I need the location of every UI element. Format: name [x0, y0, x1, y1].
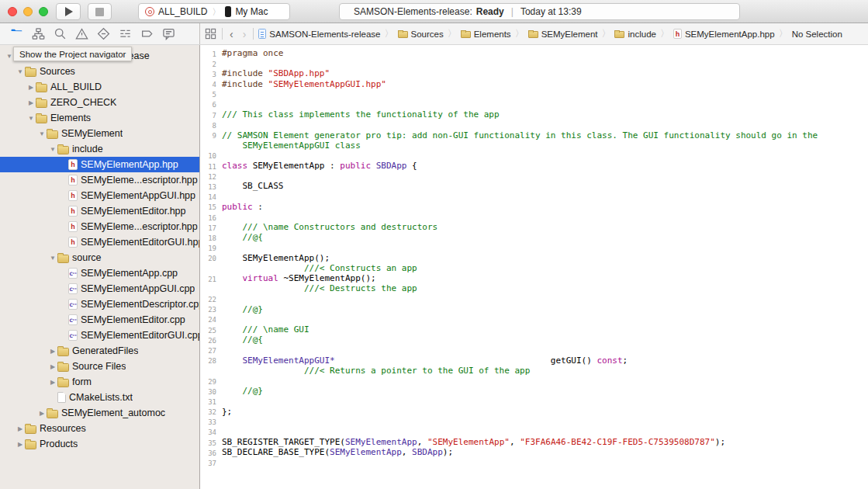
disclosure-open-icon[interactable]: ▼ [16, 68, 25, 75]
sidebar-row[interactable]: SEMyElementApp.cpp [0, 265, 199, 281]
sidebar-row[interactable]: ▼source [0, 250, 199, 265]
sidebar-row[interactable]: ▶Products [0, 436, 199, 452]
breadcrumb-label[interactable]: No Selection [792, 29, 842, 39]
sidebar-row[interactable]: CMakeLists.txt [0, 390, 199, 405]
code-line[interactable]: 14 [200, 192, 868, 202]
breadcrumb-label[interactable]: Elements [474, 29, 511, 39]
code-line[interactable]: 10 [200, 151, 868, 161]
go-forward-button[interactable]: › [240, 29, 249, 40]
code-line[interactable]: 4#include "SEMyElementAppGUI.hpp" [200, 79, 868, 89]
project-navigator-icon[interactable] [10, 27, 23, 40]
code-line[interactable]: 25 /// \name GUI [200, 324, 868, 335]
code-line[interactable]: 9// SAMSON Element generator pro tip: ad… [200, 130, 868, 140]
sidebar-row[interactable]: ▼Elements [0, 110, 199, 126]
scheme-destination[interactable]: My Mac [235, 6, 268, 17]
code-line[interactable]: 6 [200, 99, 868, 109]
symbol-navigator-icon[interactable] [32, 27, 45, 40]
code-line[interactable]: 12 [200, 171, 868, 181]
disclosure-closed-icon[interactable]: ▶ [48, 379, 57, 386]
disclosure-closed-icon[interactable]: ▶ [48, 348, 57, 355]
code-line[interactable]: 27 [200, 345, 868, 355]
code-line[interactable]: 11class SEMyElementApp : public SBDApp { [200, 161, 868, 171]
breadcrumb-item[interactable]: SAMSON-Elements-release [258, 29, 380, 39]
test-navigator-icon[interactable] [97, 27, 110, 40]
code-line[interactable]: 36SB_DECLARE_BASE_TYPE(SEMyElementApp, S… [200, 447, 868, 457]
minimize-window-button[interactable] [23, 7, 33, 16]
code-line[interactable]: 34 [200, 427, 868, 437]
code-line[interactable]: 23 //@} [200, 304, 868, 314]
code-line[interactable]: 3#include "SBDApp.hpp" [200, 68, 868, 78]
disclosure-closed-icon[interactable]: ▶ [26, 84, 36, 91]
disclosure-closed-icon[interactable]: ▶ [16, 441, 25, 448]
sidebar-row[interactable]: ▶ZERO_CHECK [0, 95, 199, 110]
code-line[interactable]: 2 [200, 58, 868, 68]
find-navigator-icon[interactable] [54, 27, 67, 40]
code-line[interactable]: SEMyElementAppGUI class [200, 140, 868, 151]
code-line[interactable]: 5 [200, 89, 868, 99]
sidebar-row[interactable]: SEMyElementApp.hpp [0, 157, 199, 172]
sidebar-row[interactable]: SEMyElementDescriptor.cpp [0, 297, 199, 312]
sidebar-row[interactable]: ▶GeneratedFiles [0, 343, 199, 359]
sidebar-row[interactable]: ▶Source Files [0, 359, 199, 374]
scheme-selector[interactable]: ALL_BUILD 〉 My Mac [138, 3, 290, 20]
stop-button[interactable] [88, 3, 112, 20]
close-window-button[interactable] [8, 7, 17, 16]
run-button[interactable] [56, 3, 81, 20]
code-line[interactable]: 32}; [200, 407, 868, 417]
code-line[interactable]: 28 SEMyElementAppGUI* getGUI() const; [200, 355, 868, 366]
code-line[interactable]: 18 //@{ [200, 232, 868, 242]
report-navigator-icon[interactable] [162, 27, 175, 40]
code-line[interactable]: 30 //@} [200, 386, 868, 396]
breadcrumb-item[interactable]: No Selection [792, 29, 842, 39]
breadcrumb-label[interactable]: Sources [411, 29, 444, 39]
code-line[interactable]: 15public : [200, 202, 868, 212]
breadcrumb-item[interactable]: include [614, 29, 655, 39]
source-editor[interactable]: 1#pragma once23#include "SBDApp.hpp"4#in… [200, 45, 868, 489]
code-line[interactable]: 19 [200, 243, 868, 253]
code-line[interactable]: 29 [200, 376, 868, 386]
code-line[interactable]: 17 /// \name Constructors and destructor… [200, 222, 868, 232]
code-line[interactable]: 13 SB_CLASS [200, 181, 868, 191]
code-line[interactable]: ///< Destructs the app [200, 283, 868, 293]
disclosure-open-icon[interactable]: ▼ [37, 130, 47, 137]
sidebar-row[interactable]: ▶form [0, 374, 199, 390]
code-line[interactable]: 16 [200, 212, 868, 222]
breadcrumb-label[interactable]: SAMSON-Elements-release [269, 29, 380, 39]
sidebar-row[interactable]: ▶Resources [0, 421, 199, 436]
code-line[interactable]: ///< Returns a pointer to the GUI of the… [200, 366, 868, 376]
code-line[interactable]: 24 [200, 314, 868, 324]
code-line[interactable]: 35SB_REGISTER_TARGET_TYPE(SEMyElementApp… [200, 437, 868, 447]
code-line[interactable]: 8 [200, 120, 868, 130]
breadcrumb-item[interactable]: SEMyElement [528, 29, 598, 39]
breadcrumb-label[interactable]: SEMyElement [541, 29, 598, 39]
breadcrumb-item[interactable]: Elements [461, 29, 511, 39]
code-line[interactable]: 7/// This class implements the functiona… [200, 109, 868, 120]
sidebar-row[interactable]: ▶SEMyElement_automoc [0, 405, 199, 421]
code-line[interactable]: 22 [200, 294, 868, 304]
sidebar-row[interactable]: SEMyEleme...escriptor.hpp [0, 172, 199, 188]
code-line[interactable]: 1#pragma once [200, 48, 868, 58]
scheme-target[interactable]: ALL_BUILD [158, 6, 207, 17]
disclosure-closed-icon[interactable]: ▶ [16, 425, 25, 432]
sidebar-row[interactable]: ▼include [0, 141, 199, 157]
code-line[interactable]: 33 [200, 417, 868, 427]
sidebar-row[interactable]: SEMyElementAppGUI.cpp [0, 281, 199, 297]
code-line[interactable]: 31 [200, 396, 868, 406]
sidebar-row[interactable]: SEMyElementEditorGUI.cpp [0, 328, 199, 343]
sidebar-row[interactable]: SEMyElementAppGUI.hpp [0, 188, 199, 203]
breadcrumb-label[interactable]: include [628, 29, 655, 39]
breadcrumb-label[interactable]: SEMyElementApp.hpp [685, 29, 775, 39]
code-line[interactable]: ///< Constructs an app [200, 263, 868, 273]
breakpoint-navigator-icon[interactable] [140, 27, 154, 40]
disclosure-open-icon[interactable]: ▼ [48, 146, 57, 153]
breadcrumb-item[interactable]: Sources [398, 29, 444, 39]
debug-navigator-icon[interactable] [119, 27, 132, 40]
disclosure-closed-icon[interactable]: ▶ [26, 99, 36, 106]
code-line[interactable]: 20 SEMyElementApp(); [200, 253, 868, 263]
sidebar-row[interactable]: ▼Sources [0, 64, 199, 79]
sidebar-row[interactable]: SEMyEleme...escriptor.hpp [0, 219, 199, 234]
go-back-button[interactable]: ‹ [227, 29, 236, 40]
sidebar-row[interactable]: SEMyElementEditorGUI.hpp [0, 234, 199, 250]
disclosure-closed-icon[interactable]: ▶ [48, 363, 57, 370]
code-line[interactable]: 26 //@{ [200, 335, 868, 345]
